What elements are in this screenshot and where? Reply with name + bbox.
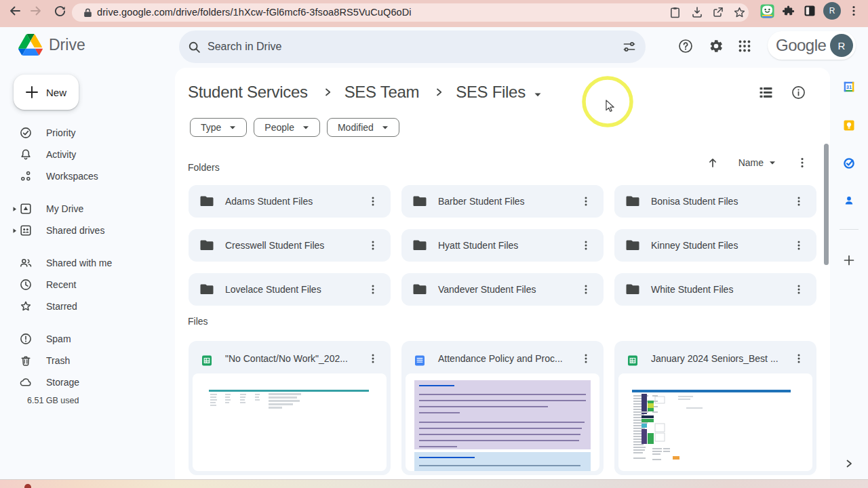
folder-name: Cresswell Student Files (225, 229, 324, 262)
keep-icon[interactable] (844, 120, 854, 131)
rail-collapse-chevron-icon[interactable] (846, 460, 852, 468)
sidebar-item-storage[interactable]: Storage (0, 371, 170, 393)
trash-icon (20, 354, 32, 367)
folder-card[interactable]: Cresswell Student Files (189, 229, 391, 262)
account-avatar[interactable]: R (830, 34, 853, 57)
file-name: Attendance Policy and Proc... (438, 341, 563, 376)
sidebar-item-trash[interactable]: Trash (0, 350, 170, 371)
file-more-icon[interactable] (578, 350, 594, 367)
expand-arrow-icon[interactable] (12, 206, 18, 212)
folder-card[interactable]: Bonisa Student Files (614, 185, 816, 218)
sheets-file-icon (627, 355, 638, 366)
chevron-down-icon (302, 125, 309, 130)
settings-gear-icon[interactable] (705, 35, 727, 57)
sidebar-item-shared-drives[interactable]: Shared drives (0, 220, 170, 241)
folder-icon (626, 239, 639, 251)
folder-more-icon[interactable] (578, 193, 594, 209)
search-input[interactable]: Search in Drive (208, 30, 281, 63)
search-options-icon[interactable] (623, 41, 635, 53)
extension-avatar-icon[interactable] (756, 0, 778, 22)
breadcrumb-separator-icon (324, 88, 332, 96)
spreadsheet-preview (193, 373, 387, 471)
sort-direction-icon[interactable] (707, 157, 718, 168)
clipboard-icon[interactable] (664, 1, 686, 23)
recording-indicator-dot (24, 484, 31, 488)
folder-card[interactable]: Hyatt Student Files (401, 229, 604, 262)
folder-card[interactable]: Lovelace Student Files (189, 273, 391, 306)
folder-more-icon[interactable] (791, 281, 807, 298)
expand-arrow-icon[interactable] (12, 228, 18, 234)
folder-card[interactable]: White Student Files (614, 273, 816, 306)
folder-card[interactable]: Vandever Student Files (401, 273, 604, 306)
download-icon[interactable] (686, 1, 708, 23)
file-preview (618, 373, 812, 471)
apps-grid-icon[interactable] (734, 35, 755, 57)
list-view-toggle-icon[interactable] (755, 81, 776, 103)
contacts-icon[interactable] (844, 195, 854, 206)
add-panel-icon[interactable] (844, 255, 854, 266)
folder-card[interactable]: Barber Student Files (401, 185, 604, 218)
breadcrumb-caret-icon[interactable] (534, 83, 542, 102)
files-section-label: Files (188, 316, 208, 327)
folder-more-icon[interactable] (791, 193, 807, 209)
file-card[interactable]: "No Contact/No Work"_202... (189, 341, 391, 475)
tasks-icon[interactable] (844, 158, 854, 169)
file-more-icon[interactable] (365, 350, 381, 367)
sidebar-item-recent[interactable]: Recent (0, 274, 170, 296)
clock-icon (20, 279, 32, 291)
sidebar-item-starred[interactable]: Starred (0, 296, 170, 317)
folder-more-icon[interactable] (365, 193, 381, 209)
file-card[interactable]: January 2024 Seniors_Best ... (614, 341, 816, 475)
forward-button[interactable] (25, 0, 47, 22)
folder-icon (200, 195, 214, 207)
file-card[interactable]: Attendance Policy and Proc... (401, 341, 604, 475)
info-icon[interactable] (787, 81, 809, 103)
screen: drive.google.com/drive/folders/1hXcw-fGl… (0, 0, 868, 488)
reload-button[interactable] (49, 0, 71, 22)
filter-chip-type[interactable]: Type (190, 118, 247, 137)
sidebar-item-shared-with-me[interactable]: Shared with me (0, 252, 170, 274)
new-button[interactable]: New (14, 75, 79, 110)
browser-profile-avatar[interactable]: R (821, 0, 843, 22)
breadcrumb-item[interactable]: SES Team (344, 83, 420, 102)
sidebar-item-my-drive[interactable]: My Drive (0, 198, 170, 220)
folder-card[interactable]: Adams Student Files (189, 185, 391, 218)
sidebar-item-priority[interactable]: Priority (0, 122, 170, 144)
filter-chip-people[interactable]: People (254, 118, 320, 137)
breadcrumb-item[interactable]: Student Services (188, 83, 308, 102)
sort-by-label[interactable]: Name (738, 157, 764, 168)
extensions-puzzle-icon[interactable] (777, 0, 799, 22)
folder-more-icon[interactable] (578, 281, 594, 298)
sidebar-item-workspaces[interactable]: Workspaces (0, 165, 170, 187)
browser-menu-icon[interactable] (843, 0, 865, 22)
google-account-widget[interactable]: Google R (768, 31, 856, 60)
filter-chip-modified[interactable]: Modified (327, 118, 399, 137)
folder-name: Kinney Student Files (651, 229, 738, 262)
google-wordmark: Google (776, 36, 826, 55)
folder-more-icon[interactable] (365, 281, 381, 298)
sidebar-item-spam[interactable]: Spam (0, 328, 170, 350)
folder-card[interactable]: Kinney Student Files (614, 229, 816, 262)
scrollbar-thumb[interactable] (824, 144, 829, 265)
share-icon[interactable] (707, 1, 729, 23)
search-bar[interactable]: Search in Drive (179, 30, 646, 63)
document-preview (406, 373, 599, 471)
help-icon[interactable] (675, 35, 696, 57)
calendar-icon[interactable]: 31 (844, 81, 854, 92)
sidebar-item-activity[interactable]: Activity (0, 144, 170, 165)
folder-more-icon[interactable] (578, 237, 594, 253)
bookmark-star-icon[interactable] (728, 1, 750, 23)
search-icon[interactable] (188, 41, 201, 54)
folder-more-icon[interactable] (791, 237, 807, 253)
back-button[interactable] (4, 0, 26, 22)
address-bar[interactable]: drive.google.com/drive/folders/1hXcw-fGl… (72, 3, 749, 22)
breadcrumb-item-current[interactable]: SES Files (456, 83, 526, 102)
drive-logo[interactable] (18, 34, 43, 56)
more-options-icon[interactable] (796, 157, 808, 169)
folder-icon (413, 283, 427, 295)
folder-more-icon[interactable] (365, 237, 381, 253)
file-more-icon[interactable] (791, 350, 807, 367)
file-preview (193, 373, 387, 471)
cloud-icon (20, 376, 32, 388)
side-panel-icon[interactable] (799, 0, 821, 22)
